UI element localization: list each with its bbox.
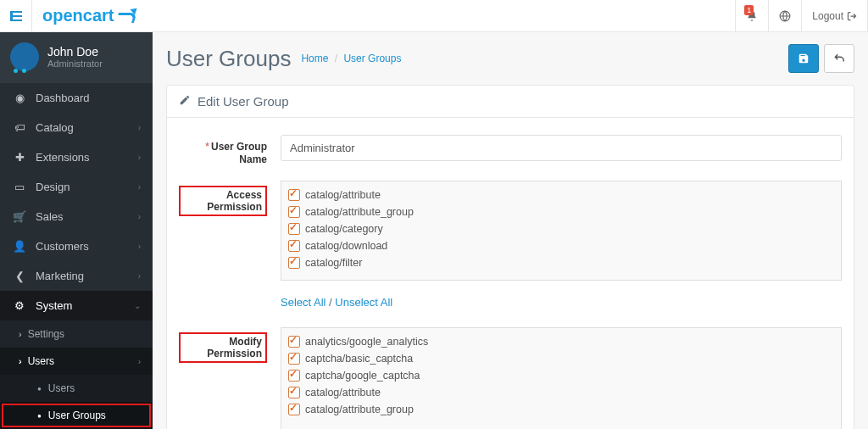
permission-label: analytics/google_analytics <box>305 336 428 348</box>
sidebar-item-settings[interactable]: ››Settings <box>0 320 153 348</box>
permission-item[interactable]: catalog/attribute_group <box>288 203 834 220</box>
gear-icon: ⚙ <box>12 299 27 312</box>
breadcrumb-separator: / <box>335 53 337 64</box>
permission-item[interactable]: catalog/filter <box>288 254 834 271</box>
save-button[interactable] <box>788 44 819 73</box>
permission-item[interactable]: catalog/attribute_group <box>288 401 834 418</box>
chevron-right-icon: › <box>138 153 141 162</box>
puzzle-icon: ✚ <box>12 151 27 164</box>
unselect-all-link[interactable]: Unselect All <box>335 296 392 309</box>
logout-label: Logout <box>812 10 843 22</box>
permission-checkbox[interactable] <box>288 404 300 415</box>
panel: Edit User Group *User Group Name Access … <box>166 85 854 429</box>
permission-item[interactable]: captcha/basic_captcha <box>288 350 834 367</box>
permission-checkbox[interactable] <box>288 353 300 365</box>
chevron-right-icon: › <box>138 357 141 366</box>
permission-item[interactable]: catalog/download <box>288 237 834 254</box>
permission-item[interactable]: catalog/category <box>288 220 834 237</box>
save-icon <box>798 53 810 64</box>
permission-checkbox[interactable] <box>288 189 300 201</box>
back-arrow-icon <box>832 53 846 64</box>
permission-label: catalog/attribute <box>305 189 381 201</box>
sidebar-item-users[interactable]: ››Users› <box>0 348 153 375</box>
logout-icon <box>847 11 857 21</box>
sidebar-item-marketing[interactable]: ❮Marketing› <box>0 261 153 291</box>
sidebar-item-label: Users <box>48 382 75 394</box>
permission-checkbox[interactable] <box>288 240 300 252</box>
permission-label: captcha/google_captcha <box>305 370 420 382</box>
sidebar-item-customers[interactable]: 👤Customers› <box>0 231 153 261</box>
bullet-icon: ● <box>37 412 42 420</box>
permission-item[interactable]: analytics/google_analytics <box>288 333 834 350</box>
permission-item[interactable]: catalog/attribute <box>288 384 834 401</box>
permission-checkbox[interactable] <box>288 206 300 218</box>
permission-label: catalog/attribute_group <box>305 206 414 218</box>
chevron-right-icon: ›› <box>19 330 19 339</box>
access-permission-list[interactable]: catalog/attributecatalog/attribute_group… <box>281 181 842 281</box>
breadcrumb-home[interactable]: Home <box>301 53 328 64</box>
panel-header: Edit User Group <box>167 86 854 118</box>
modify-permission-list[interactable]: analytics/google_analyticscaptcha/basic_… <box>281 327 842 429</box>
notification-badge: 1 <box>744 5 754 15</box>
cancel-button[interactable] <box>824 44 854 73</box>
name-label: User Group Name <box>211 141 267 165</box>
user-group-name-input[interactable] <box>281 135 842 161</box>
cart-icon: 🛒 <box>12 210 27 223</box>
sidebar-item-label: Dashboard <box>36 92 90 104</box>
page-header: User Groups Home / User Groups <box>166 44 854 73</box>
modify-permission-label: Modify Permission <box>179 332 267 363</box>
select-all-link[interactable]: Select All <box>281 296 326 309</box>
avatar <box>10 42 39 71</box>
brand-logo[interactable]: opencart <box>32 6 146 25</box>
breadcrumb-current[interactable]: User Groups <box>343 53 401 64</box>
user-role: Administrator <box>47 58 103 69</box>
sidebar-item-label: Users <box>28 355 54 367</box>
sidebar-item-label: Extensions <box>36 151 90 164</box>
logout-button[interactable]: Logout <box>801 0 868 32</box>
sidebar: John Doe Administrator ◉Dashboard 🏷Catal… <box>0 32 153 429</box>
sidebar-item-label: Catalog <box>36 121 74 134</box>
sidebar-item-system[interactable]: ⚙System⌄ <box>0 291 153 320</box>
sidebar-item-label: User Groups <box>48 410 106 421</box>
chevron-down-icon: ⌄ <box>134 301 141 310</box>
brand-text: opencart <box>42 6 114 25</box>
sidebar-item-user-groups[interactable]: ●User Groups <box>0 402 153 429</box>
access-permission-label: Access Permission <box>179 186 267 216</box>
page-title: User Groups <box>166 46 291 72</box>
tag-icon: 🏷 <box>12 121 27 134</box>
permission-checkbox[interactable] <box>288 336 300 348</box>
share-icon: ❮ <box>12 270 27 282</box>
permission-checkbox[interactable] <box>288 387 300 398</box>
sidebar-item-label: Settings <box>28 328 64 340</box>
store-front-button[interactable] <box>768 0 801 32</box>
globe-icon <box>779 10 791 22</box>
permission-item[interactable]: captcha/google_captcha <box>288 367 834 384</box>
user-name: John Doe <box>47 45 103 58</box>
permission-label: catalog/category <box>305 223 383 235</box>
sidebar-item-sales[interactable]: 🛒Sales› <box>0 202 153 231</box>
sidebar-item-label: System <box>36 299 72 312</box>
breadcrumb: Home / User Groups <box>301 53 401 64</box>
panel-title: Edit User Group <box>198 94 289 109</box>
chevron-right-icon: › <box>138 123 141 132</box>
sidebar-item-label: Customers <box>36 240 89 253</box>
sidebar-item-label: Marketing <box>36 270 84 282</box>
menu-toggle-button[interactable] <box>0 0 32 32</box>
sidebar-item-dashboard[interactable]: ◉Dashboard <box>0 83 153 113</box>
permission-checkbox[interactable] <box>288 223 300 235</box>
notifications-button[interactable]: 1 <box>735 0 768 32</box>
permission-checkbox[interactable] <box>288 257 300 269</box>
svg-rect-3 <box>10 11 13 21</box>
user-icon: 👤 <box>12 240 27 253</box>
permission-item[interactable]: catalog/attribute <box>288 187 834 203</box>
chevron-right-icon: ›› <box>19 357 19 366</box>
sidebar-item-catalog[interactable]: 🏷Catalog› <box>0 113 153 142</box>
permission-label: captcha/basic_captcha <box>305 353 413 365</box>
sidebar-item-design[interactable]: ▭Design› <box>0 172 153 202</box>
sidebar-item-users-sub[interactable]: ●Users <box>0 375 153 402</box>
sidebar-item-extensions[interactable]: ✚Extensions› <box>0 142 153 172</box>
permission-checkbox[interactable] <box>288 370 300 382</box>
dashboard-icon: ◉ <box>12 92 27 104</box>
chevron-right-icon: › <box>138 182 141 192</box>
main-nav: ◉Dashboard 🏷Catalog› ✚Extensions› ▭Desig… <box>0 83 153 429</box>
